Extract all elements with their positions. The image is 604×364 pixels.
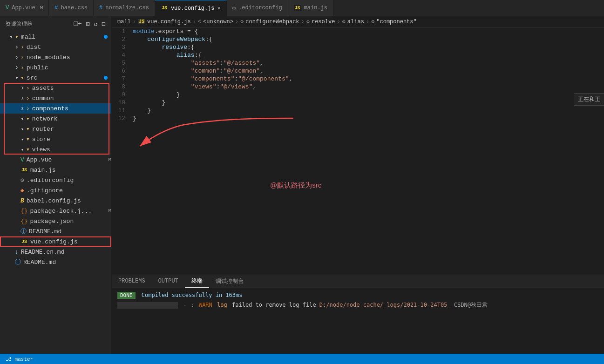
babel-file-icon: B [20, 197, 24, 204]
tree-item-dist[interactable]: › dist [0, 42, 111, 52]
collapse-icon[interactable]: ⊟ [102, 20, 106, 28]
pkg-file-icon: {} [20, 218, 28, 225]
vue-file-icon: V [20, 156, 24, 163]
tree-item-store[interactable]: ▾ store [0, 134, 111, 144]
tree-item-editorconfig[interactable]: ⚙ .editorconfig [0, 175, 111, 185]
folder-icon: › [20, 44, 24, 51]
terminal-line-1: DONE Compiled successfully in 163ms [117, 292, 598, 298]
expand-icon [13, 75, 20, 81]
tree-item-common[interactable]: › common [0, 93, 111, 103]
modified-dot [104, 35, 108, 39]
tree-item-vue-config[interactable]: JS vue.config.js [0, 236, 111, 247]
tree-item-network[interactable]: ▾ network [0, 114, 111, 124]
folder-icon: › [20, 64, 24, 71]
gear-file-icon: ⚙ [20, 176, 24, 184]
tree-item-public[interactable]: › public [0, 62, 111, 73]
tab-main-js[interactable]: JS main.js [288, 0, 333, 16]
expand-icon [19, 94, 26, 102]
tab-problems[interactable]: PROBLEMS [112, 275, 152, 288]
sidebar-header: 资源管理器 □+ ⊞ ↺ ⊟ [0, 16, 111, 32]
code-lines: 1 module.exports = { 2 configureWebpack:… [112, 27, 604, 122]
js-icon: JS [161, 5, 168, 11]
refresh-icon[interactable]: ↺ [94, 20, 98, 28]
new-folder-icon[interactable]: ⊞ [86, 20, 90, 28]
terminal-panel: PROBLEMS OUTPUT 终端 调试控制台 DONE Comp [112, 275, 604, 354]
line-number: 4 [112, 51, 133, 59]
tree-item-readme[interactable]: ⓘ README.md [0, 257, 111, 267]
annotation-text: @默认路径为src [270, 181, 321, 190]
tree-item-node-modules[interactable]: › node_modules [0, 52, 111, 62]
tree-item-readme-md[interactable]: ⓘ README.md [0, 226, 111, 236]
tree-label: router [32, 126, 111, 133]
folder-icon: › [20, 54, 24, 61]
tree-item-babel[interactable]: B babel.config.js [0, 195, 111, 206]
folder-icon: ▾ [26, 146, 30, 153]
expand-icon [13, 64, 20, 71]
tree-item-views[interactable]: ▾ views [0, 144, 111, 155]
tab-vue-config[interactable]: JS vue.config.js ✕ [155, 0, 227, 16]
close-icon[interactable]: ✕ [217, 5, 221, 12]
log-keyword: log [217, 302, 227, 308]
terminal-line-2: - ： WARN log failed to remove log file D… [117, 301, 598, 309]
tree-item-readme-en[interactable]: ↓ README.en.md [0, 247, 111, 257]
folder-icon: ▾ [26, 125, 30, 133]
tree-item-assets[interactable]: › assets [0, 83, 111, 93]
tree-label: main.js [30, 167, 111, 174]
expand-icon [19, 147, 26, 153]
line-number: 12 [112, 115, 133, 122]
folder-icon: › [26, 95, 30, 102]
tree-item-src[interactable]: ▾ src [0, 73, 111, 83]
line-content: "components":"@/components", [133, 75, 604, 83]
tab-app-vue[interactable]: V App.vue M [0, 0, 49, 16]
compile-success: Compiled successfully in 163ms [142, 292, 243, 298]
tab-editorconfig[interactable]: ⚙ .editorconfig [227, 0, 288, 16]
tree-label: babel.config.js [27, 197, 111, 204]
tab-debug-console[interactable]: 调试控制台 [209, 275, 250, 288]
tab-normalize-css[interactable]: # normalize.css [94, 0, 155, 16]
line-content: alias:{ [133, 51, 604, 59]
right-hint: 正在和王 [574, 93, 604, 106]
tree-item-main-js[interactable]: JS main.js [0, 165, 111, 175]
tree-item-components[interactable]: › components [0, 103, 111, 114]
breadcrumb-configure-webpack: configureWebpack [245, 19, 299, 25]
pkg-file-icon: {} [20, 208, 28, 215]
tree-label: README.en.md [21, 249, 111, 256]
tab-output[interactable]: OUTPUT [152, 275, 185, 288]
tree-item-gitignore[interactable]: ◆ .gitignore [0, 185, 111, 195]
line-content: resolve:{ [133, 43, 604, 51]
new-file-icon[interactable]: □+ [74, 20, 82, 28]
tree-item-package[interactable]: {} package.json [0, 216, 111, 226]
expand-icon [7, 34, 15, 40]
tree-item-package-lock[interactable]: {} package-lock.j... M [0, 206, 111, 216]
code-editor[interactable]: 1 module.exports = { 2 configureWebpack:… [112, 27, 604, 275]
tree-label: public [27, 64, 111, 71]
status-bar: ⎇ master [0, 354, 604, 364]
terminal-warn-label: WARN [199, 302, 212, 308]
line-content: "assets":"@/assets", [133, 59, 604, 67]
line-number: 1 [112, 27, 133, 35]
css-icon: # [99, 5, 102, 11]
tree-label: README.md [23, 259, 111, 266]
tree-item-app-vue[interactable]: V App.vue M [0, 155, 111, 165]
breadcrumb-angle: < [198, 19, 201, 25]
expand-icon [19, 116, 26, 122]
tab-terminal[interactable]: 终端 [185, 275, 209, 288]
folder-icon: ▾ [26, 115, 30, 122]
sidebar-actions: □+ ⊞ ↺ ⊟ [74, 20, 106, 28]
code-line-8: 8 "views":"@/views", [112, 83, 604, 91]
tree-item-mall[interactable]: ▾ mall [0, 32, 111, 42]
tree-item-router[interactable]: ▾ router [0, 124, 111, 134]
code-line-1: 1 module.exports = { [112, 27, 604, 35]
tree-label: views [32, 146, 111, 153]
expand-icon [19, 126, 26, 132]
expand-icon [19, 105, 26, 112]
code-line-12: 12 } [112, 115, 604, 122]
tab-base-css[interactable]: # base.css [49, 0, 94, 16]
tab-label: vue.config.js [171, 5, 215, 12]
code-line-7: 7 "components":"@/components", [112, 75, 604, 83]
line-content: } [133, 115, 604, 122]
tree-label: package.json [30, 218, 111, 225]
line-number: 5 [112, 59, 133, 67]
line-content: } [133, 91, 604, 99]
tree-label: package-lock.j... [30, 208, 107, 215]
